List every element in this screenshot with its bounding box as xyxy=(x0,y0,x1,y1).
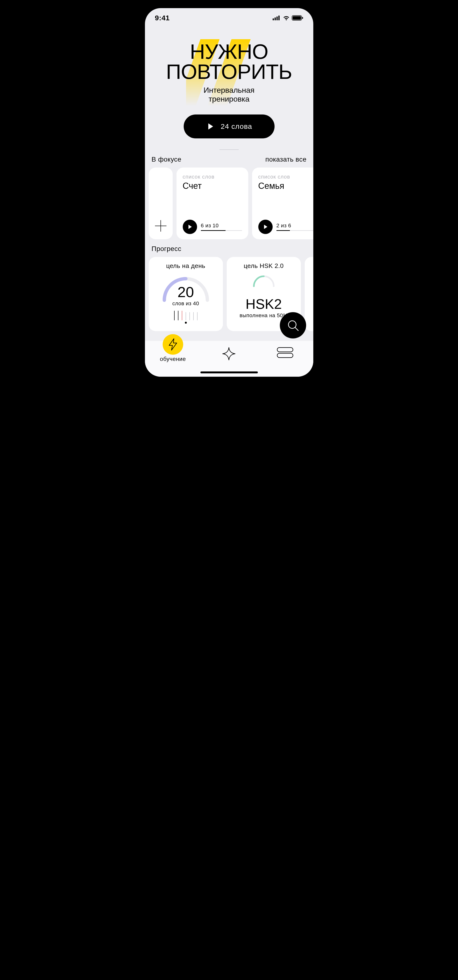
hsk-goal-heading: цель HSK 2.0 xyxy=(244,262,284,270)
progress-bar xyxy=(276,230,313,231)
daily-goal-ticks xyxy=(174,310,198,320)
hsk-goal-arc xyxy=(238,273,290,287)
focus-card-progress-label: 6 из 10 xyxy=(201,223,242,229)
svg-rect-5 xyxy=(292,16,301,20)
hero-title-line2: повторить xyxy=(166,60,292,83)
daily-goal-gauge: 20 слов из 40 xyxy=(160,272,212,302)
hero-subtitle-line2: тренировка xyxy=(209,95,249,103)
focus-card[interactable]: список слов Счет 6 из 10 xyxy=(177,167,248,239)
hero-subtitle: Интервальная тренировка xyxy=(145,86,313,103)
battery-icon xyxy=(292,15,303,21)
tab-learn-label: обучение xyxy=(160,356,186,362)
focus-card-play-button[interactable] xyxy=(258,220,273,234)
search-icon xyxy=(286,319,300,332)
device-frame: 9:41 xyxy=(142,5,317,380)
focus-card-eyebrow: список слов xyxy=(183,174,242,180)
svg-rect-3 xyxy=(278,16,279,20)
add-wordlist-button[interactable] xyxy=(149,167,173,239)
focus-show-all-link[interactable]: показать все xyxy=(265,156,306,163)
focus-card-play-button[interactable] xyxy=(183,220,197,234)
svg-rect-2 xyxy=(276,16,278,20)
bolt-icon xyxy=(168,338,178,351)
focus-card-title: Счет xyxy=(183,181,242,191)
list-icon xyxy=(277,347,294,358)
progress-card-peek[interactable] xyxy=(305,257,313,331)
plus-icon xyxy=(155,220,166,232)
tab-learn[interactable]: обучение xyxy=(154,343,192,362)
tab-middle[interactable] xyxy=(210,343,248,361)
daily-goal-number: 20 xyxy=(160,283,212,301)
focus-heading: В фокусе xyxy=(152,156,182,163)
progress-bar-fill xyxy=(201,230,225,231)
hero-title: нужно повторить xyxy=(145,41,313,81)
svg-rect-10 xyxy=(277,353,293,358)
hero: нужно повторить Интервальная тренировка … xyxy=(145,22,313,150)
tab-learn-icon-circle xyxy=(163,334,183,355)
progress-bar-fill xyxy=(276,230,290,231)
search-fab[interactable] xyxy=(280,312,306,339)
hero-subtitle-line1: Интервальная xyxy=(204,86,254,94)
play-icon xyxy=(264,225,267,229)
hero-divider xyxy=(220,150,239,150)
focus-row: список слов Счет 6 из 10 xyxy=(145,167,313,239)
wifi-icon xyxy=(283,15,290,21)
sparkle-icon xyxy=(221,346,236,361)
svg-rect-0 xyxy=(273,18,274,20)
status-icons xyxy=(273,15,303,21)
progress-section-header: Прогресс xyxy=(145,239,313,257)
status-bar: 9:41 xyxy=(145,8,313,22)
daily-goal-card[interactable]: цель на день 20 слов из 40 xyxy=(149,257,223,331)
daily-goal-sub: слов из 40 xyxy=(160,301,212,307)
status-time: 9:41 xyxy=(155,14,170,22)
focus-card-eyebrow: список слов xyxy=(258,174,313,180)
focus-card-progress: 6 из 10 xyxy=(201,223,242,231)
progress-bar xyxy=(201,230,242,231)
cellular-icon xyxy=(273,16,281,20)
svg-rect-9 xyxy=(277,348,293,352)
focus-section-header: В фокусе показать все xyxy=(145,150,313,167)
hsk-goal-big: HSK2 xyxy=(246,296,282,312)
play-icon xyxy=(208,123,213,130)
svg-rect-1 xyxy=(274,18,276,20)
start-training-label: 24 слова xyxy=(221,123,252,130)
progress-heading: Прогресс xyxy=(152,245,182,253)
start-training-button[interactable]: 24 слова xyxy=(184,115,274,138)
daily-goal-heading: цель на день xyxy=(166,262,206,270)
hsk-goal-sub: выполнена на 50% xyxy=(239,312,288,319)
tab-right[interactable] xyxy=(266,343,304,358)
svg-line-8 xyxy=(295,328,298,331)
svg-rect-6 xyxy=(302,17,303,19)
screen: 9:41 xyxy=(145,8,313,377)
focus-card-title: Семья xyxy=(258,181,313,191)
focus-card[interactable]: список слов Семья 2 из 6 xyxy=(252,167,313,239)
focus-card-progress-label: 2 из 6 xyxy=(276,223,313,229)
play-icon xyxy=(188,225,192,229)
focus-card-progress: 2 из 6 xyxy=(276,223,313,231)
home-indicator xyxy=(200,371,258,373)
pager-dot xyxy=(185,322,187,324)
